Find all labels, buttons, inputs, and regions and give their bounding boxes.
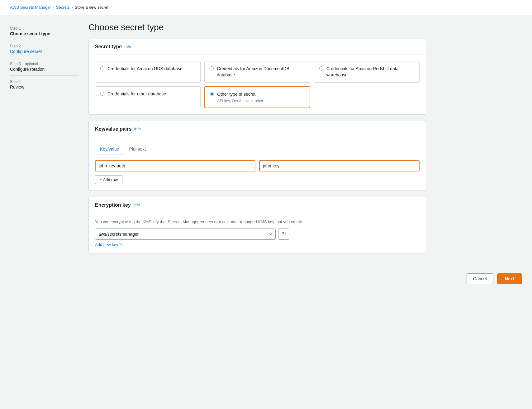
kv-title: Key/value pairs bbox=[95, 126, 131, 132]
encryption-description: You can encrypt using the KMS key that S… bbox=[95, 219, 420, 224]
kv-panel: Key/value pairs Info Key/value Plaintext… bbox=[88, 121, 426, 191]
encryption-panel: Encryption key Info You can encrypt usin… bbox=[88, 197, 426, 253]
encryption-select-row: aws/secretsmanager ↻ bbox=[95, 229, 420, 240]
kv-body: Key/value Plaintext + Add row bbox=[89, 137, 426, 190]
secret-type-grid-top: Credentials for Amazon RDS database Cred… bbox=[95, 61, 420, 83]
main-content: Choose secret type Secret type Info Cred… bbox=[88, 22, 426, 260]
footer-actions: Cancel Next bbox=[0, 267, 532, 290]
sidebar-step-4: Step 4 Review bbox=[10, 76, 78, 93]
sidebar-step-1: Step 1 Choose secret type bbox=[10, 22, 78, 40]
sidebar: Step 1 Choose secret type Step 2 Configu… bbox=[10, 22, 78, 260]
radio-redshift[interactable] bbox=[319, 66, 323, 70]
breadcrumb-home[interactable]: AWS Secrets Manager bbox=[10, 5, 51, 10]
step-3-number: Step 3 – optional bbox=[10, 62, 78, 66]
radio-rds[interactable] bbox=[100, 66, 104, 70]
kv-value-input[interactable] bbox=[259, 160, 420, 171]
add-row-button[interactable]: + Add row bbox=[95, 175, 122, 184]
add-key-link[interactable]: Add new key ↗ bbox=[95, 242, 122, 247]
radio-other-type[interactable] bbox=[210, 92, 214, 96]
page-title: Choose secret type bbox=[88, 22, 426, 32]
step-1-label: Choose secret type bbox=[10, 31, 78, 36]
grid-spacer bbox=[314, 86, 420, 108]
kms-select[interactable]: aws/secretsmanager bbox=[95, 229, 276, 240]
step-4-label: Review bbox=[10, 84, 78, 89]
kv-row-1 bbox=[95, 160, 420, 171]
step-3-label: Configure rotation bbox=[10, 67, 78, 72]
encryption-body: You can encrypt using the KMS key that S… bbox=[89, 213, 426, 253]
next-button[interactable]: Next bbox=[497, 273, 522, 284]
secret-type-header: Secret type Info bbox=[89, 39, 426, 55]
secret-type-panel: Secret type Info Credentials for Amazon … bbox=[88, 39, 426, 115]
step-2-number: Step 2 bbox=[10, 44, 78, 48]
kv-key-input[interactable] bbox=[95, 160, 255, 171]
cancel-button[interactable]: Cancel bbox=[467, 273, 493, 284]
secret-type-title: Secret type bbox=[95, 44, 122, 50]
sidebar-step-2: Step 2 Configure secret bbox=[10, 40, 78, 58]
breadcrumb-secrets[interactable]: Secrets bbox=[56, 5, 70, 10]
kv-header: Key/value pairs Info bbox=[89, 121, 426, 137]
secret-type-body: Credentials for Amazon RDS database Cred… bbox=[89, 55, 426, 114]
kv-info[interactable]: Info bbox=[134, 127, 141, 131]
step-4-number: Step 4 bbox=[10, 79, 78, 84]
external-link-icon: ↗ bbox=[119, 243, 122, 247]
breadcrumb-sep-2: › bbox=[72, 5, 73, 10]
step-2-label[interactable]: Configure secret bbox=[10, 49, 42, 54]
refresh-icon: ↻ bbox=[282, 231, 286, 237]
breadcrumb: AWS Secrets Manager › Secrets › Store a … bbox=[0, 0, 532, 15]
option-rds[interactable]: Credentials for Amazon RDS database bbox=[95, 61, 201, 83]
step-1-number: Step 1 bbox=[10, 26, 78, 31]
tab-plaintext[interactable]: Plaintext bbox=[124, 143, 151, 155]
add-key-label: Add new key bbox=[95, 242, 118, 247]
option-redshift[interactable]: Credentials for Amazon Redshift data war… bbox=[314, 61, 420, 83]
option-other-type-sublabel: API key, OAuth token, other. bbox=[217, 99, 264, 103]
option-other-type[interactable]: Other type of secret API key, OAuth toke… bbox=[204, 86, 310, 108]
option-other-db[interactable]: Credentials for other database bbox=[95, 86, 201, 108]
refresh-button[interactable]: ↻ bbox=[278, 229, 289, 240]
breadcrumb-sep-1: › bbox=[53, 5, 54, 10]
radio-documentdb[interactable] bbox=[210, 66, 214, 70]
radio-other-db[interactable] bbox=[100, 92, 104, 96]
tab-keyvalue[interactable]: Key/value bbox=[95, 143, 124, 155]
breadcrumb-current: Store a new secret bbox=[75, 5, 108, 10]
option-other-db-label: Credentials for other database bbox=[107, 91, 166, 97]
encryption-header: Encryption key Info bbox=[89, 197, 426, 213]
secret-type-info[interactable]: Info bbox=[124, 45, 131, 49]
option-documentdb[interactable]: Credentials for Amazon DocumentDB databa… bbox=[204, 61, 310, 83]
option-redshift-label: Credentials for Amazon Redshift data war… bbox=[326, 66, 414, 78]
secret-type-grid-bottom: Credentials for other database Other typ… bbox=[95, 86, 420, 108]
encryption-title: Encryption key bbox=[95, 202, 131, 208]
option-rds-label: Credentials for Amazon RDS database bbox=[107, 66, 182, 72]
sidebar-step-3: Step 3 – optional Configure rotation bbox=[10, 58, 78, 76]
option-other-type-label: Other type of secret bbox=[217, 92, 255, 97]
option-documentdb-label: Credentials for Amazon DocumentDB databa… bbox=[217, 66, 305, 78]
kv-tabs: Key/value Plaintext bbox=[95, 143, 420, 155]
encryption-info[interactable]: Info bbox=[133, 203, 140, 207]
